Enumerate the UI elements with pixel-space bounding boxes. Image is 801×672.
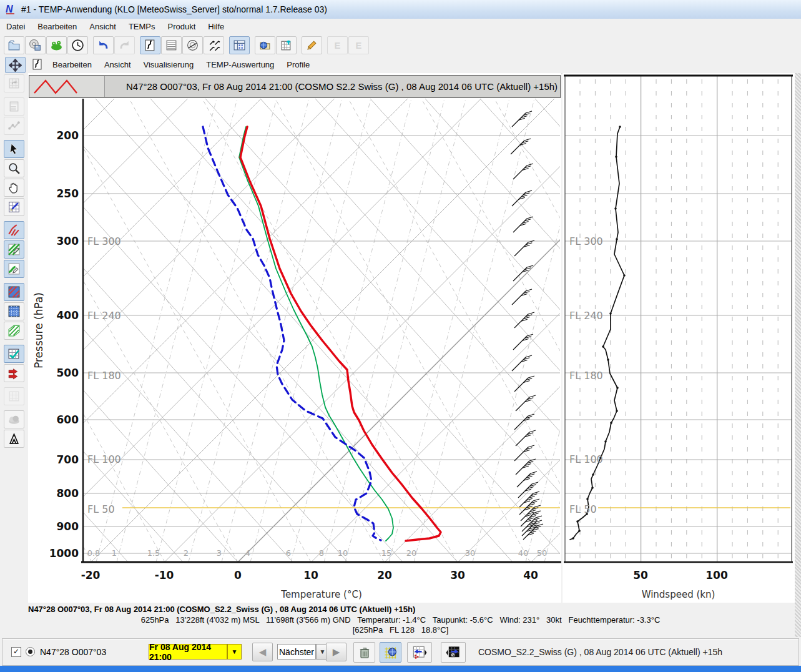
- svg-text:100: 100: [705, 569, 728, 581]
- panel-menu-bearbeiten[interactable]: Bearbeiten: [46, 59, 98, 71]
- form-table-button[interactable]: [4, 97, 24, 116]
- red-arrows-icon: [7, 367, 21, 380]
- svg-text:FL 240: FL 240: [569, 310, 603, 322]
- route-edit-button[interactable]: [4, 117, 24, 135]
- step-mode-select[interactable]: Nächster: [277, 644, 316, 660]
- data-list-button[interactable]: [161, 36, 182, 54]
- red-waves-button[interactable]: [4, 221, 24, 239]
- pan-hand-icon: [7, 181, 21, 194]
- svg-text:FL 50: FL 50: [569, 503, 597, 515]
- svg-text:Pressure (hPa): Pressure (hPa): [32, 292, 45, 368]
- green-route-pen-icon: [7, 262, 21, 275]
- status-line-values: 625hPa 13'228ft (4'032 m) MSL 11'698ft (…: [0, 615, 801, 625]
- blue-hatch-button[interactable]: [4, 283, 24, 301]
- pan-view-button[interactable]: [5, 57, 26, 73]
- menu-ansicht[interactable]: Ansicht: [83, 20, 122, 33]
- menu-temps[interactable]: TEMPs: [122, 20, 162, 33]
- mountain-route-button[interactable]: [4, 430, 24, 448]
- undo-button[interactable]: [93, 36, 114, 54]
- grid-star-button[interactable]: [4, 198, 24, 216]
- frog-icon: [50, 39, 63, 52]
- menu-produkt[interactable]: Produkt: [162, 20, 202, 33]
- skewt-profile-button[interactable]: [140, 36, 160, 54]
- status-line-flightlevel: [625hPa FL 128 18.8°C]: [0, 625, 801, 635]
- window-bottom-edge: [0, 666, 801, 672]
- chart-export-icon: [280, 39, 293, 52]
- globe-import-button[interactable]: [255, 36, 275, 54]
- zoom-magnifier-button[interactable]: [4, 159, 24, 177]
- main-toolbar: EE: [0, 34, 801, 56]
- hodograph-button[interactable]: [182, 36, 203, 54]
- letter-e-button[interactable]: E: [327, 36, 348, 54]
- svg-text:200: 200: [57, 129, 79, 142]
- skewt-handle-icon: [31, 58, 44, 71]
- green-area-pen-button[interactable]: [4, 240, 24, 259]
- cloud-product-button[interactable]: [4, 410, 24, 428]
- clock-icon: [71, 39, 84, 52]
- svg-text:-10: -10: [155, 569, 174, 581]
- red-arrows-button[interactable]: [4, 364, 24, 382]
- frog-button[interactable]: [46, 36, 67, 54]
- svg-text:500: 500: [57, 367, 79, 379]
- grid-plain-button[interactable]: [4, 387, 24, 405]
- windspeed-diagram[interactable]: FL 300FL 240FL 180FL 100FL 5050100Windsp…: [563, 73, 795, 603]
- app-logo-icon: N: [4, 3, 17, 16]
- svg-text:4: 4: [245, 548, 250, 558]
- svg-text:40: 40: [523, 569, 538, 581]
- time-select[interactable]: Fr 08 Aug 2014 21:00: [149, 644, 227, 660]
- skewt-profile-icon: [144, 39, 157, 52]
- clock-button[interactable]: [67, 36, 88, 54]
- wind-barbs: [511, 111, 543, 540]
- svg-text:20: 20: [377, 569, 392, 581]
- svg-text:-20: -20: [81, 569, 101, 581]
- delete-temp-button[interactable]: [353, 642, 375, 663]
- save-disk-button[interactable]: [25, 36, 46, 54]
- statusbar: N47°28 O007°03, Fr 08 Aug 2014 21:00 (CO…: [0, 603, 801, 638]
- svg-text:250: 250: [57, 187, 79, 200]
- value-table-button[interactable]: [229, 36, 250, 54]
- grid-sync-button[interactable]: [4, 74, 24, 92]
- multi-panel-button[interactable]: [204, 36, 224, 54]
- panel-menu-ansicht[interactable]: Ansicht: [98, 59, 137, 71]
- save-disk-icon: [29, 39, 42, 52]
- chart-export-button[interactable]: [276, 36, 297, 54]
- menu-hilfe[interactable]: Hilfe: [202, 20, 230, 33]
- skewt-axis-labels: 2002503004005006007008009001000FL 300FL …: [32, 129, 547, 600]
- station-radio[interactable]: [26, 647, 35, 656]
- pencil-edit-button[interactable]: [302, 36, 322, 54]
- green-hatch-icon: [7, 324, 21, 337]
- station-visible-checkbox[interactable]: ✓: [11, 647, 21, 657]
- check-grid-icon: [7, 347, 21, 360]
- menu-datei[interactable]: Datei: [0, 20, 31, 33]
- cursor-select-button[interactable]: [4, 140, 24, 158]
- animate-forward-button[interactable]: [407, 642, 432, 663]
- model-grid-button[interactable]: [380, 642, 401, 663]
- green-area-pen-icon: [7, 243, 21, 256]
- previous-time-button[interactable]: ◀: [252, 643, 273, 661]
- svg-text:1: 1: [112, 548, 117, 558]
- green-hatch-button[interactable]: [4, 322, 24, 340]
- anim-left-icon: [446, 645, 461, 660]
- open-folder-button[interactable]: [4, 36, 24, 54]
- svg-text:600: 600: [57, 413, 79, 426]
- panel-menu-visualisierung[interactable]: Visualisierung: [137, 59, 200, 71]
- animate-back-button[interactable]: [441, 642, 466, 663]
- next-time-button[interactable]: ▶: [326, 643, 346, 661]
- panel-menu-temp-auswertung[interactable]: TEMP-Auswertung: [200, 59, 280, 71]
- letter-e-button[interactable]: E: [348, 36, 369, 54]
- dewpoint-curve: [203, 127, 381, 540]
- svg-text:8: 8: [319, 548, 324, 558]
- blue-grid-button[interactable]: [4, 302, 24, 320]
- skewt-background-grid: [28, 99, 563, 562]
- panel-menu-profile[interactable]: Profile: [280, 59, 316, 71]
- pencil-edit-icon: [305, 39, 318, 52]
- check-grid-button[interactable]: [4, 345, 24, 363]
- zoom-magnifier-icon: [7, 162, 21, 175]
- pan-hand-button[interactable]: [4, 179, 24, 197]
- green-route-pen-button[interactable]: [4, 260, 24, 278]
- svg-text:15: 15: [381, 548, 392, 558]
- redo-button[interactable]: [114, 36, 135, 54]
- time-select-arrow[interactable]: ▼: [227, 644, 242, 660]
- skewt-diagram[interactable]: 2002503004005006007008009001000FL 300FL …: [28, 73, 563, 603]
- menu-bearbeiten[interactable]: Bearbeiten: [31, 20, 83, 33]
